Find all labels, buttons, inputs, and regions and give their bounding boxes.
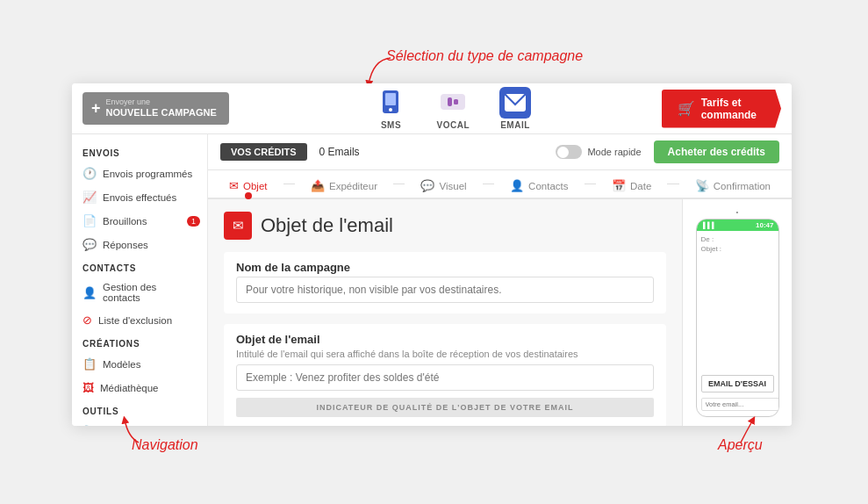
sms-icon — [381, 90, 400, 115]
credits-label: VOS CRÉDITS — [220, 143, 307, 161]
sidebar-item-envois-programmes[interactable]: 🕐 Envois programmés — [72, 162, 207, 185]
svg-rect-4 — [448, 97, 452, 106]
phone-bottom: EMAIL D'ESSAI ➤ — [697, 371, 778, 416]
step-line-2 — [393, 184, 405, 184]
step-objet[interactable]: ✉ Objet — [217, 170, 280, 198]
email-input-row: ➤ — [701, 396, 774, 412]
tarifs-label: Tarifs et commande — [701, 97, 757, 121]
campaign-type-sms[interactable]: SMS — [364, 83, 417, 133]
mode-rapide-container: Mode rapide — [556, 145, 641, 159]
acheter-credits-button[interactable]: Acheter des crédits — [654, 140, 779, 163]
phone-dot: • — [736, 208, 739, 216]
svg-point-2 — [389, 108, 392, 112]
campaign-name-label: Nom de la campagne — [236, 261, 654, 274]
campaign-type-email[interactable]: EMAIL — [489, 83, 542, 133]
confirmation-icon: 📡 — [695, 179, 709, 192]
selection-annotation: Sélection du type de campagne — [386, 48, 583, 64]
preview-panel: • ▐▐▐ 10:47 De : Objet : EMAIL D'ESSAI — [682, 199, 792, 426]
form-section-icon: ✉ — [224, 212, 252, 240]
sidebar-item-brouillons[interactable]: 📄 Brouillons 1 — [72, 209, 207, 233]
sidebar-section-creations: CRÉATIONS — [72, 332, 207, 352]
form-area: ✉ Objet de l'email Nom de la campagne Ob… — [208, 199, 682, 426]
credits-bar: VOS CRÉDITS 0 Emails Mode rapide Acheter… — [208, 134, 792, 170]
sidebar-item-gestion-contacts[interactable]: 👤 Gestion des contacts — [72, 277, 207, 308]
new-campaign-top-label: Envoyer une — [106, 98, 217, 107]
main-content: ENVOIS 🕐 Envois programmés 📈 Envois effe… — [72, 134, 792, 426]
sidebar-item-envois-effectues[interactable]: 📈 Envois effectués — [72, 185, 207, 209]
step-expediteur-label: Expéditeur — [329, 181, 377, 191]
sms-icon-wrap — [375, 87, 406, 119]
chart-icon: 📈 — [82, 191, 97, 204]
email-subject-group: Objet de l'email Intitulé de l'email qui… — [224, 324, 666, 426]
email-test-input[interactable] — [701, 398, 779, 411]
step-line-3 — [483, 184, 495, 184]
email-label: EMAIL — [500, 120, 530, 130]
step-contacts[interactable]: 👤 Contacts — [498, 170, 580, 198]
campaign-name-input[interactable] — [236, 277, 654, 303]
app-window: + Envoyer une NOUVELLE CAMPAGNE SMS — [72, 83, 792, 426]
step-date-label: Date — [630, 181, 651, 191]
modeles-icon: 📋 — [82, 357, 97, 371]
contacts-icon: 👤 — [510, 179, 524, 192]
step-line-5 — [667, 184, 679, 184]
campaign-name-group: Nom de la campagne — [224, 252, 666, 313]
phone-time: 10:47 — [756, 221, 773, 229]
step-confirmation[interactable]: 📡 Confirmation — [683, 170, 783, 198]
contact-icon: 👤 — [82, 286, 97, 299]
date-icon: 📅 — [612, 179, 626, 192]
sidebar-item-reponses[interactable]: 💬 Réponses — [72, 233, 207, 256]
expediteur-icon: 📤 — [311, 179, 325, 192]
sidebar-item-mediatheque[interactable]: 🖼 Médiathèque — [72, 376, 207, 400]
sidebar: ENVOIS 🕐 Envois programmés 📈 Envois effe… — [72, 134, 208, 426]
right-panel: VOS CRÉDITS 0 Emails Mode rapide Acheter… — [208, 134, 792, 426]
media-icon: 🖼 — [82, 381, 94, 394]
step-line-4 — [585, 184, 597, 184]
credits-value: 0 Emails — [319, 146, 360, 158]
step-line-1 — [283, 184, 296, 184]
apercu-arrow — [728, 411, 772, 446]
vocal-icon — [441, 90, 465, 115]
email-subject-hint: Intitulé de l'email qui sera affiché dan… — [236, 349, 654, 359]
step-contacts-label: Contacts — [528, 181, 568, 191]
step-confirmation-label: Confirmation — [714, 181, 771, 191]
reply-icon: 💬 — [82, 238, 97, 251]
sms-label: SMS — [381, 120, 401, 130]
quality-bar-text: INDICATEUR DE QUALITÉ DE L'OBJET DE VOTR… — [317, 403, 574, 412]
step-date[interactable]: 📅 Date — [599, 170, 664, 198]
step-visuel[interactable]: 💬 Visuel — [408, 170, 478, 198]
de-label: De : — [701, 235, 774, 243]
objet-icon: ✉ — [229, 179, 239, 192]
campaign-type-vocal[interactable]: VOCAL — [426, 83, 480, 133]
quality-bar: INDICATEUR DE QUALITÉ DE L'OBJET DE VOTR… — [236, 398, 654, 417]
new-campaign-button[interactable]: + Envoyer une NOUVELLE CAMPAGNE — [82, 92, 229, 125]
sidebar-item-modeles[interactable]: 📋 Modèles — [72, 352, 207, 376]
mode-rapide-toggle[interactable] — [556, 145, 582, 159]
plus-icon: + — [91, 99, 101, 118]
email-essai-label: EMAIL D'ESSAI — [701, 375, 774, 392]
brouillons-badge: 1 — [187, 216, 200, 227]
exclusion-icon: ⊘ — [82, 313, 92, 327]
phone-preview: ▐▐▐ 10:47 De : Objet : EMAIL D'ESSAI ➤ — [696, 219, 779, 417]
email-icon — [504, 93, 527, 112]
svg-rect-3 — [441, 94, 465, 110]
cart-icon: 🛒 — [678, 100, 695, 117]
draft-icon: 📄 — [82, 214, 97, 227]
objet-label: Objet : — [701, 245, 774, 253]
email-icon-wrap — [499, 87, 531, 119]
clock-icon: 🕐 — [82, 167, 97, 180]
email-subject-input[interactable] — [236, 364, 654, 391]
email-subject-label: Objet de l'email — [236, 333, 654, 346]
campaign-types: SMS VOCAL E — [245, 83, 662, 133]
step-expediteur[interactable]: 📤 Expéditeur — [298, 170, 390, 198]
new-campaign-bottom-label: NOUVELLE CAMPAGNE — [106, 107, 217, 119]
sidebar-item-liste-exclusion[interactable]: ⊘ Liste d'exclusion — [72, 308, 207, 332]
sidebar-section-envois: ENVOIS — [72, 141, 207, 162]
sidebar-section-contacts: CONTACTS — [72, 256, 207, 277]
form-section-title: ✉ Objet de l'email — [224, 212, 666, 240]
tarifs-button[interactable]: 🛒 Tarifs et commande — [662, 90, 781, 128]
api-icon: 🔧 — [82, 425, 97, 426]
step-visuel-label: Visuel — [439, 181, 466, 191]
vocal-icon-wrap — [437, 87, 469, 119]
steps-nav: ✉ Objet 📤 Expéditeur 💬 Visuel 👤 Contacts — [208, 170, 792, 199]
svg-rect-5 — [454, 99, 458, 104]
